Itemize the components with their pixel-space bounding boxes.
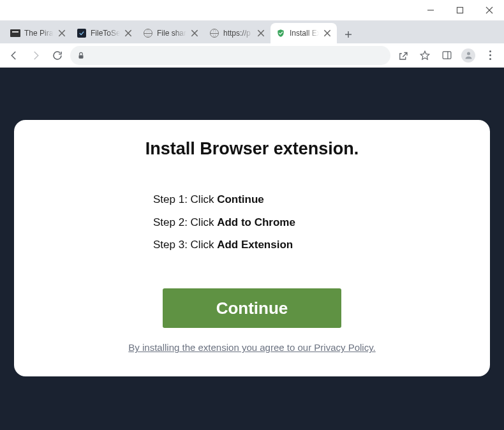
forward-button[interactable]	[27, 47, 45, 64]
install-card: Install Browser extension. Step 1: Click…	[14, 120, 490, 376]
close-tab-icon[interactable]	[124, 29, 133, 38]
back-button[interactable]	[5, 47, 23, 64]
shield-icon	[276, 28, 286, 38]
tab-1[interactable]: FileToSend	[71, 23, 138, 43]
close-tab-icon[interactable]	[190, 29, 199, 38]
favicon-icon	[10, 28, 20, 38]
share-button[interactable]	[394, 47, 412, 64]
tab-3[interactable]: https://p	[204, 23, 271, 43]
close-tab-icon[interactable]	[323, 29, 332, 38]
page-content: pcrisk.com Install Browser extension. St…	[0, 68, 504, 430]
tab-2[interactable]: File sharing	[138, 23, 204, 43]
svg-rect-17	[443, 52, 451, 59]
sys-menu-button[interactable]	[0, 0, 13, 20]
step-2: Step 2: Click Add to Chrome	[153, 211, 351, 234]
kebab-icon	[489, 50, 491, 60]
tab-label: Install Ext	[290, 29, 319, 38]
svg-rect-16	[79, 55, 84, 58]
browser-toolbar	[0, 43, 504, 68]
tab-strip: The Pirate FileToSend File sharing https…	[0, 20, 504, 43]
tab-label: The Pirate	[24, 29, 54, 38]
tab-label: File sharing	[157, 29, 186, 38]
reload-button[interactable]	[48, 47, 66, 64]
globe-icon	[143, 28, 153, 38]
close-window-button[interactable]	[475, 0, 504, 20]
step-1: Step 1: Click Continue	[153, 188, 351, 211]
privacy-policy-link[interactable]: By installing the extension you agree to…	[128, 342, 375, 353]
continue-button[interactable]: Continue	[163, 288, 341, 328]
side-panel-button[interactable]	[438, 47, 456, 64]
favicon-icon	[77, 28, 87, 38]
svg-point-19	[467, 52, 470, 56]
close-tab-icon[interactable]	[256, 29, 265, 38]
window-titlebar	[0, 0, 504, 20]
menu-button[interactable]	[481, 47, 499, 64]
lock-icon	[77, 51, 85, 60]
step-3: Step 3: Click Add Extension	[153, 234, 351, 256]
minimize-button[interactable]	[416, 0, 445, 20]
globe-icon	[209, 28, 219, 38]
close-tab-icon[interactable]	[57, 29, 66, 38]
tab-0[interactable]: The Pirate	[5, 23, 71, 43]
maximize-button[interactable]	[445, 0, 475, 20]
tab-label: FileToSend	[91, 29, 120, 38]
steps-list: Step 1: Click Continue Step 2: Click Add…	[153, 188, 351, 256]
new-tab-button[interactable]	[339, 26, 357, 43]
address-bar[interactable]	[70, 46, 390, 65]
card-heading: Install Browser extension.	[27, 139, 477, 159]
svg-rect-1	[457, 8, 463, 13]
tab-label: https://p	[223, 29, 253, 38]
avatar-icon	[461, 48, 475, 63]
tab-4[interactable]: Install Ext	[271, 23, 337, 43]
profile-button[interactable]	[459, 47, 477, 64]
bookmark-button[interactable]	[416, 47, 434, 64]
